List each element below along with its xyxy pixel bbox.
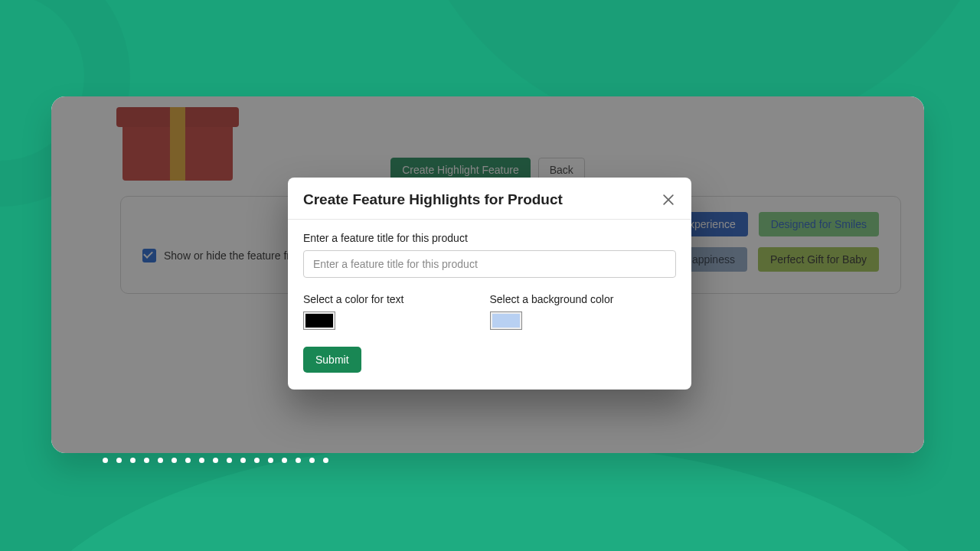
modal-header: Create Feature Highlights for Product	[288, 178, 691, 220]
carousel-dot[interactable]	[172, 458, 177, 463]
close-icon[interactable]	[661, 192, 676, 207]
carousel-dot[interactable]	[158, 458, 163, 463]
carousel-dot[interactable]	[103, 458, 108, 463]
carousel-dot[interactable]	[199, 458, 204, 463]
carousel-dot[interactable]	[185, 458, 191, 463]
carousel-dot[interactable]	[144, 458, 149, 463]
carousel-dot[interactable]	[323, 458, 328, 463]
text-color-picker[interactable]	[303, 311, 335, 330]
modal-title: Create Feature Highlights for Product	[303, 191, 563, 208]
carousel-dot[interactable]	[240, 458, 246, 463]
carousel-dots[interactable]	[103, 458, 328, 463]
feature-title-label: Enter a feature title for this product	[303, 232, 676, 244]
carousel-dot[interactable]	[130, 458, 136, 463]
modal-body: Enter a feature title for this product S…	[288, 220, 691, 390]
text-color-field: Select a color for text	[303, 293, 490, 330]
create-feature-modal: Create Feature Highlights for Product En…	[288, 178, 691, 390]
color-picker-row: Select a color for text Select a backgro…	[303, 293, 676, 330]
text-color-label: Select a color for text	[303, 293, 490, 305]
bg-color-picker[interactable]	[490, 311, 522, 330]
submit-button[interactable]: Submit	[303, 347, 361, 373]
carousel-dot[interactable]	[282, 458, 287, 463]
carousel-dot[interactable]	[268, 458, 273, 463]
bg-color-swatch	[492, 314, 520, 328]
carousel-dot[interactable]	[116, 458, 122, 463]
feature-title-input[interactable]	[303, 250, 676, 278]
carousel-dot[interactable]	[254, 458, 260, 463]
carousel-dot[interactable]	[213, 458, 218, 463]
app-marketing-screenshot: Create Highlight Feature Back Show or hi…	[0, 0, 980, 551]
carousel-dot[interactable]	[296, 458, 301, 463]
bg-color-label: Select a background color	[490, 293, 677, 305]
carousel-dot[interactable]	[227, 458, 232, 463]
text-color-swatch	[305, 314, 333, 328]
carousel-dot[interactable]	[309, 458, 315, 463]
bg-color-field: Select a background color	[490, 293, 677, 330]
